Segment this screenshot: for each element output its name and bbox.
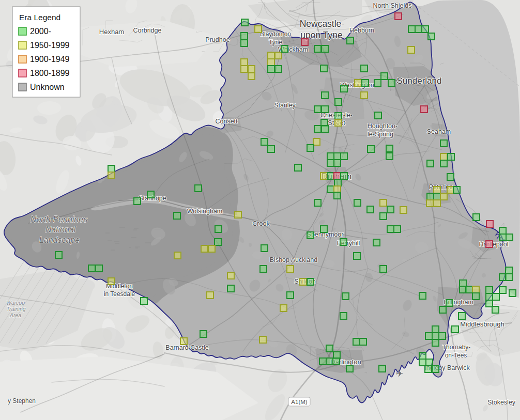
- svg-text:Stanley: Stanley: [274, 102, 296, 109]
- svg-text:Crook: Crook: [252, 220, 270, 227]
- svg-text:le-Spring: le-Spring: [368, 131, 393, 138]
- svg-text:Sunderland: Sunderland: [397, 76, 442, 86]
- svg-text:Bishop Auckland: Bishop Auckland: [270, 256, 317, 263]
- svg-text:Era Legend: Era Legend: [19, 13, 60, 22]
- svg-text:Tyne: Tyne: [269, 39, 282, 46]
- svg-text:1800-1899: 1800-1899: [30, 69, 70, 77]
- svg-text:Stokesley: Stokesley: [487, 399, 516, 406]
- svg-text:Unknown: Unknown: [30, 83, 65, 91]
- svg-text:✈: ✈: [396, 369, 403, 379]
- svg-text:Landscape: Landscape: [39, 236, 80, 244]
- svg-text:Seaham: Seaham: [427, 128, 451, 135]
- svg-text:National: National: [45, 225, 76, 234]
- svg-text:on-Tees: on-Tees: [445, 352, 467, 359]
- svg-text:Blaydon on: Blaydon on: [260, 30, 291, 38]
- svg-text:Hexham: Hexham: [99, 28, 124, 36]
- svg-text:in Teesdale: in Teesdale: [104, 290, 135, 298]
- svg-text:Training: Training: [6, 306, 25, 312]
- svg-text:North Pennines: North Pennines: [30, 215, 87, 224]
- svg-text:Wolsingham: Wolsingham: [187, 208, 223, 215]
- svg-text:Middlesbrough: Middlesbrough: [460, 320, 504, 328]
- svg-text:Area: Area: [9, 312, 21, 318]
- svg-text:Warcop: Warcop: [6, 300, 25, 306]
- svg-text:Prudhoe: Prudhoe: [205, 36, 230, 43]
- svg-text:y Stephen: y Stephen: [8, 397, 36, 405]
- svg-text:Corbridge: Corbridge: [133, 27, 162, 34]
- svg-text:Hebburn: Hebburn: [349, 27, 374, 34]
- svg-text:Hartlepool: Hartlepool: [479, 241, 509, 248]
- svg-text:Houghton-: Houghton-: [368, 122, 397, 130]
- svg-text:Newcastle: Newcastle: [300, 19, 342, 29]
- svg-text:North Shields: North Shields: [373, 2, 411, 9]
- svg-text:1950-1999: 1950-1999: [30, 41, 70, 50]
- svg-text:Thornaby-: Thornaby-: [442, 344, 471, 351]
- svg-text:A1(M): A1(M): [291, 399, 307, 405]
- svg-text:2000-: 2000-: [30, 27, 51, 36]
- svg-text:1900-1949: 1900-1949: [30, 55, 70, 64]
- svg-text:Consett: Consett: [215, 118, 238, 125]
